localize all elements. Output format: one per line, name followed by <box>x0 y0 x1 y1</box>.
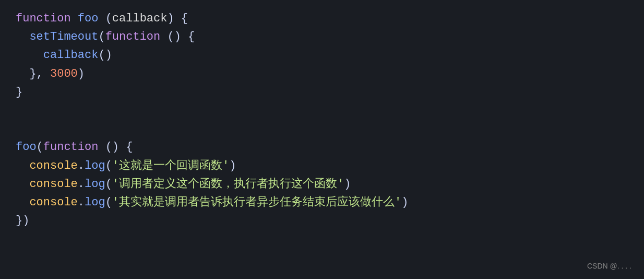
code-token-fn: callback <box>43 49 99 62</box>
code-token-plain: . <box>78 196 85 209</box>
code-token-obj: console <box>29 178 77 191</box>
code-token-fn: foo <box>16 141 37 154</box>
code-token-plain: } <box>16 86 22 99</box>
code-token-plain <box>16 196 29 209</box>
code-line: }, 3000) <box>16 65 628 83</box>
code-token-plain: ( <box>98 30 105 43</box>
code-token-plain <box>16 30 29 43</box>
code-container: function foo (callback) { setTimeout(fun… <box>0 0 644 279</box>
code-line: setTimeout(function () { <box>16 28 628 46</box>
code-token-fn: foo <box>78 12 99 25</box>
code-token-plain: () <box>98 49 112 62</box>
code-token-kw: function <box>105 30 161 43</box>
code-token-plain: () { <box>98 141 133 154</box>
watermark: CSDN @. . . . <box>587 260 631 272</box>
code-token-plain <box>16 178 29 191</box>
code-token-plain: ( <box>105 159 112 172</box>
code-block: function foo (callback) { setTimeout(fun… <box>16 9 628 230</box>
code-token-plain: ( <box>105 178 112 191</box>
code-token-fn: setTimeout <box>29 30 98 43</box>
code-line: callback() <box>16 46 628 64</box>
code-token-plain: ) <box>78 67 85 80</box>
code-token-obj: console <box>29 196 77 209</box>
code-token-plain <box>16 49 43 62</box>
code-line: console.log('这就是一个回调函数') <box>16 157 628 175</box>
code-line: }) <box>16 212 628 230</box>
code-token-plain: . <box>78 159 85 172</box>
code-token-kw: function <box>43 141 99 154</box>
code-token-param: callback <box>112 12 168 25</box>
code-token-plain <box>71 12 78 25</box>
code-token-fn: log <box>85 178 105 191</box>
code-token-plain: ) <box>344 178 351 191</box>
code-token-fn: log <box>85 159 105 172</box>
code-token-plain: () { <box>160 30 195 43</box>
code-token-plain: ) { <box>167 12 188 25</box>
code-token-plain <box>16 159 29 172</box>
code-token-plain: ( <box>37 141 43 154</box>
code-token-plain: }) <box>16 214 29 227</box>
code-token-plain: ( <box>105 196 112 209</box>
code-token-str: '其实就是调用者告诉执行者异步任务结束后应该做什么' <box>112 196 401 209</box>
code-token-plain: ( <box>98 12 112 25</box>
code-line: console.log('其实就是调用者告诉执行者异步任务结束后应该做什么') <box>16 193 628 212</box>
code-line: } <box>16 83 628 101</box>
code-token-str: '这就是一个回调函数' <box>112 159 229 172</box>
code-token-plain: }, <box>16 67 50 80</box>
code-line <box>16 120 628 138</box>
code-line: foo(function () { <box>16 138 628 156</box>
code-token-str: '调用者定义这个函数，执行者执行这个函数' <box>112 178 344 191</box>
code-token-plain: ) <box>229 159 236 172</box>
code-token-fn: log <box>85 196 105 209</box>
code-line: console.log('调用者定义这个函数，执行者执行这个函数') <box>16 175 628 193</box>
code-token-obj: console <box>29 159 77 172</box>
code-line <box>16 101 628 120</box>
code-line: function foo (callback) { <box>16 9 628 28</box>
code-token-plain: . <box>78 178 85 191</box>
code-token-plain: ) <box>401 196 408 209</box>
code-token-kw: function <box>16 12 71 25</box>
code-token-num: 3000 <box>50 67 78 80</box>
